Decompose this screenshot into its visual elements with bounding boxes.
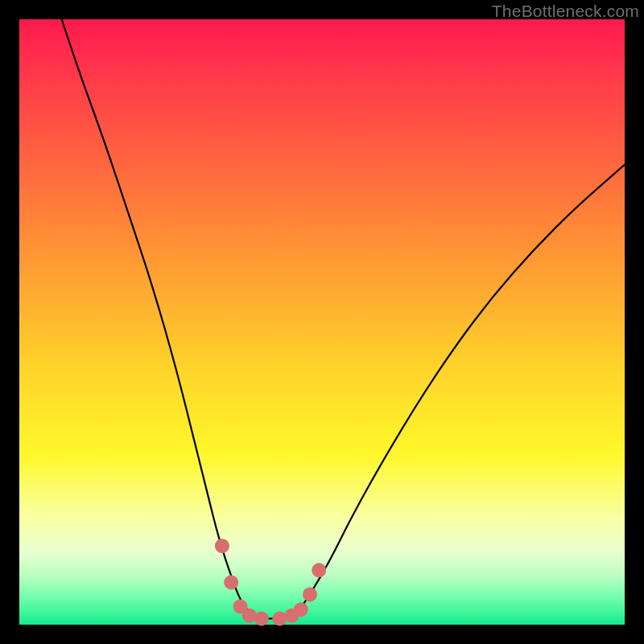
sweet-spot-marker bbox=[294, 602, 308, 617]
sweet-spot-marker bbox=[272, 612, 287, 626]
sweet-spot-markers bbox=[215, 539, 326, 625]
chart-frame: TheBottleneck.com bbox=[0, 0, 644, 644]
chart-plot-area bbox=[19, 19, 625, 625]
sweet-spot-marker bbox=[242, 609, 257, 623]
sweet-spot-marker bbox=[303, 587, 317, 601]
sweet-spot-marker bbox=[224, 575, 238, 589]
bottleneck-curve bbox=[62, 19, 625, 619]
sweet-spot-marker bbox=[215, 539, 229, 553]
chart-svg bbox=[19, 19, 625, 625]
sweet-spot-marker bbox=[254, 612, 269, 626]
sweet-spot-marker bbox=[312, 563, 326, 577]
attribution-text: TheBottleneck.com bbox=[492, 2, 639, 21]
